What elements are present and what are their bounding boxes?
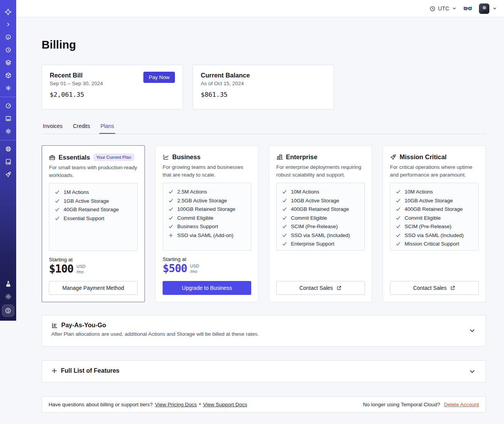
timezone-picker[interactable]: UTC xyxy=(430,5,457,12)
tab-invoices[interactable]: Invoices xyxy=(42,121,64,134)
briefcase-icon xyxy=(49,154,55,161)
full-features-accordion[interactable]: Full List of Features xyxy=(42,360,486,382)
recent-bill-amount: $2,061.35 xyxy=(50,91,175,98)
external-link-icon xyxy=(450,285,455,291)
plan-name: Business xyxy=(172,153,200,161)
check-icon xyxy=(396,224,401,229)
check-icon xyxy=(168,198,173,203)
check-icon xyxy=(55,190,60,195)
contact-sales-button[interactable]: Contact Sales xyxy=(390,281,479,295)
tab-plans[interactable]: Plans xyxy=(99,121,115,134)
feature-item: 2.5GB Active Storage xyxy=(177,198,227,204)
pay-now-button[interactable]: Pay Now xyxy=(143,72,175,83)
current-balance-as-of: As of Oct 15, 2024 xyxy=(201,81,326,86)
chevron-down-icon xyxy=(452,6,457,11)
chevron-down-icon xyxy=(492,6,497,11)
plan-per: /mo xyxy=(190,269,197,274)
feature-item: 400GB Retained Storage xyxy=(405,206,463,212)
view-support-docs-link[interactable]: View Support Docs xyxy=(203,402,247,407)
check-icon xyxy=(282,241,287,246)
pay-as-you-go-accordion[interactable]: Pay-As-You-Go After Plan allocations are… xyxy=(42,315,486,347)
feature-item: 10GB Active Storage xyxy=(291,198,339,204)
schedules-clock-icon[interactable] xyxy=(0,44,16,56)
namespaces-icon[interactable] xyxy=(0,31,16,44)
plan-card-enterprise: Enterprise For enterprise deployments re… xyxy=(269,145,372,302)
settings-gear-icon[interactable] xyxy=(0,125,16,138)
expand-sidebar-chevron-right-icon[interactable] xyxy=(0,18,16,31)
plan-description: For enterprise deployments requiring rob… xyxy=(276,163,365,178)
payg-description: After Plan allocations are used, additio… xyxy=(51,331,476,337)
chevron-down-icon[interactable] xyxy=(469,368,475,375)
plan-name: Mission Critical xyxy=(400,153,447,161)
plans-row: Essentials Your Current Plan For small t… xyxy=(42,145,486,302)
panel-icon[interactable] xyxy=(0,112,16,125)
feature-item: SSO via SAML (Included) xyxy=(405,232,464,238)
starting-at-label: Starting at xyxy=(163,256,251,262)
check-icon xyxy=(55,199,60,204)
feature-item: 1GB Active Storage xyxy=(64,198,109,204)
check-icon xyxy=(55,216,60,221)
manage-payment-method-button[interactable]: Manage Payment Method xyxy=(49,281,138,295)
feature-item: Commit Eligible xyxy=(291,215,327,221)
check-icon xyxy=(168,189,173,194)
tab-credits[interactable]: Credits xyxy=(72,121,91,134)
check-icon xyxy=(168,207,173,212)
account-menu[interactable] xyxy=(479,3,497,14)
feature-item: Commit Eligible xyxy=(177,215,213,221)
sidebar: $ xyxy=(0,0,16,321)
check-icon xyxy=(396,233,401,238)
current-balance-amount: $861.35 xyxy=(201,91,326,98)
feature-item: 2.5M Actions xyxy=(177,189,207,195)
sidebar-divider xyxy=(0,97,16,97)
3d-glasses-icon[interactable] xyxy=(464,6,472,12)
delete-account-link[interactable]: Delete Account xyxy=(444,402,479,407)
footer-separator: • xyxy=(199,402,201,407)
labs-flask-icon[interactable] xyxy=(0,278,16,290)
getting-started-rocket-icon[interactable] xyxy=(0,168,16,181)
plan-description: For critical operations where uptime and… xyxy=(390,163,479,178)
upgrade-to-business-button[interactable]: Upgrade to Business xyxy=(163,281,251,295)
plan-description: For growing teams and businesses that ar… xyxy=(163,163,251,178)
payg-title: Pay-As-You-Go xyxy=(61,322,106,329)
support-lifebuoy-icon[interactable] xyxy=(0,143,16,155)
docs-book-icon[interactable] xyxy=(0,155,16,168)
current-balance-title: Current Balance xyxy=(201,72,326,79)
deployments-cube-icon[interactable] xyxy=(0,69,16,82)
check-icon xyxy=(55,207,60,212)
feature-item: 1M Actions xyxy=(64,189,89,195)
chevron-down-icon[interactable] xyxy=(469,328,475,334)
starting-at-label: Starting at xyxy=(49,257,138,262)
check-icon xyxy=(282,207,287,212)
usage-gauge-icon[interactable] xyxy=(0,99,16,112)
sidebar-item-billing-active[interactable]: $ xyxy=(2,305,14,317)
check-icon xyxy=(396,189,401,194)
feature-item: SCIM (Pre-Release) xyxy=(291,224,338,229)
layers-icon[interactable] xyxy=(0,56,16,69)
billing-tabs: Invoices Credits Plans xyxy=(42,121,486,134)
plan-card-essentials: Essentials Your Current Plan For small t… xyxy=(42,145,145,302)
feature-item: 10M Actions xyxy=(291,189,319,195)
contact-sales-button[interactable]: Contact Sales xyxy=(276,281,365,295)
footer-bar: Have questions about billing or support … xyxy=(42,396,486,412)
nexus-asterisk-icon[interactable] xyxy=(0,82,16,94)
feature-item: 100GB Retained Storage xyxy=(177,206,235,212)
temporal-logo-icon[interactable] xyxy=(0,5,16,18)
timezone-label: UTC xyxy=(438,5,449,12)
plus-icon xyxy=(51,368,57,374)
check-icon xyxy=(168,215,173,220)
feature-item: SSO via SAML (Add-on) xyxy=(177,232,234,238)
current-balance-card: Current Balance As of Oct 15, 2024 $861.… xyxy=(193,65,334,109)
view-pricing-docs-link[interactable]: View Pricing Docs xyxy=(155,402,197,407)
payg-chart-icon xyxy=(51,322,58,329)
check-icon xyxy=(396,207,401,212)
footer-question: Have questions about billing or support … xyxy=(49,402,153,407)
plan-name: Essentials xyxy=(59,154,90,161)
plan-feature-list: 10M Actions 10GB Active Storage 400GB Re… xyxy=(390,183,479,251)
check-icon xyxy=(282,233,287,238)
check-icon xyxy=(396,198,401,203)
main-content: Billing Recent Bill Sep 01 – Sep 30, 202… xyxy=(16,17,504,424)
plan-feature-list: 10M Actions 10GB Active Storage 400GB Re… xyxy=(276,183,365,251)
theme-sun-icon[interactable] xyxy=(0,290,16,303)
page-title: Billing xyxy=(42,17,486,52)
plan-feature-list: 1M Actions 1GB Active Storage 40GB Retai… xyxy=(49,183,138,251)
